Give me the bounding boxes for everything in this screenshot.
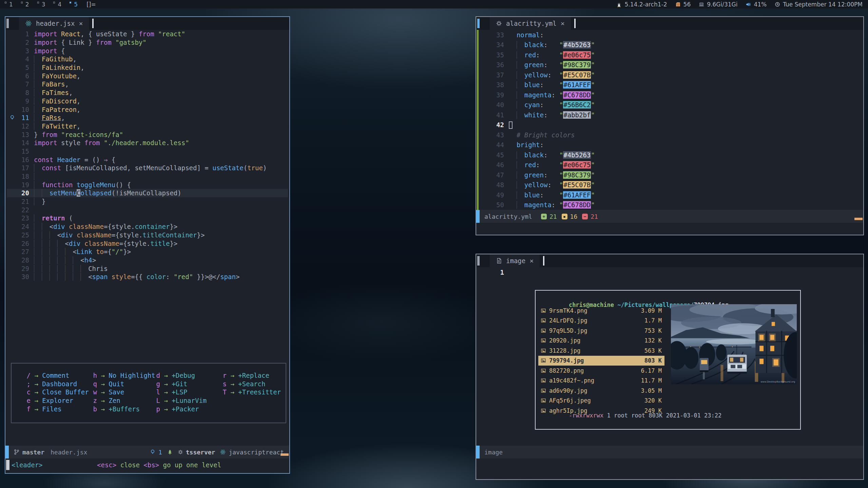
binding-label: Zen (109, 397, 120, 405)
datetime: Tue September 14 12:00PM (783, 1, 863, 8)
code-line-10[interactable]: 10▏ FaPatreon, (7, 105, 288, 114)
code-line-39[interactable]: 39 ▏ magenta: "#C678DD" (479, 90, 862, 100)
code-line-6[interactable]: 6▏ FaYoutube, (7, 72, 288, 80)
code-line-43[interactable]: 43 # Bright colors (479, 130, 862, 140)
file-row-20920.jpg[interactable]: 20920.jpg132 K (538, 336, 664, 346)
layout-indicator[interactable]: []= (86, 1, 96, 8)
workspace-4[interactable]: 4 (53, 1, 61, 8)
binding-key: ; (26, 380, 31, 389)
code-line-48[interactable]: 48 ▏ yellow: "#E5C07B" (479, 180, 862, 190)
code-line-12[interactable]: 12▏ FaTwitter, (7, 122, 288, 131)
code-line-23[interactable]: 23▏ return ( (7, 214, 288, 222)
file-row-97q9L5D.jpg[interactable]: 97q9L5D.jpg753 K (538, 326, 664, 336)
file-name: 20920.jpg (549, 337, 644, 344)
code-line-28[interactable]: 28▏ ▏ ▏ ▏ ▏ ▏ <h4> (7, 256, 288, 265)
line-text: ▏ black: "#4b5263" (504, 151, 595, 159)
code-line-26[interactable]: 26▏ ▏ ▏ ▏ <div className={style.title}> (7, 239, 288, 248)
code-line-38[interactable]: 38 ▏ blue: "#61AFEF" (479, 80, 862, 90)
diagnostics-segment: 1 (150, 449, 162, 456)
code-line-1[interactable]: 1import React, { useState } from "react" (7, 30, 288, 38)
code-line-17[interactable]: 17▏ const [isMenuCollapsed, setMenuColla… (7, 164, 288, 172)
file-row-ad6v90y.jpg[interactable]: ad6v90y.jpg3.05 M (538, 386, 664, 396)
code-line-7[interactable]: 7▏ FaBars, (7, 80, 288, 89)
file-row-24LrDFQ.jpg[interactable]: 24LrDFQ.jpg1.7 M (538, 316, 664, 326)
code-line-19[interactable]: 19▏ function toggleMenu() { (7, 180, 288, 189)
code-line-8[interactable]: 8▏ FaTimes, (7, 89, 288, 97)
file-row-799794.jpg[interactable]: 799794.jpg803 K (538, 356, 664, 366)
workspace-indicator-square (70, 2, 71, 3)
workspace-1[interactable]: 1 (5, 1, 13, 8)
code-line-15[interactable]: 15 (7, 147, 288, 156)
code-line-37[interactable]: 37 ▏ yellow: "#E5C07B" (479, 70, 862, 80)
code-line-5[interactable]: 5▏ FaLinkedin, (7, 63, 288, 72)
line-text: ▏ ▏ ▏ <div className={style.titleContain… (29, 231, 205, 239)
file-row-882720.png[interactable]: 882720.png6.17 M (538, 366, 664, 376)
code-line-41[interactable]: 41 ▏ white: "#abb2bf" (479, 110, 862, 120)
code-line-44[interactable]: 44 bright: (479, 140, 862, 150)
code-line-18[interactable]: 18▏ (7, 172, 288, 181)
code-line-49[interactable]: 49 ▏ blue: "#61AFEF" (479, 190, 862, 200)
code-line-13[interactable]: 13} from "react-icons/fa" (7, 130, 288, 139)
code-line-1[interactable]: 1 (479, 267, 862, 277)
code-line-16[interactable]: 16const Header = () ⇒ { (7, 155, 288, 164)
code-line-20[interactable]: 20▏ ▏ setMenuCollapsed(!isMenuCollapsed) (7, 189, 288, 197)
tab-close-icon[interactable]: × (529, 257, 534, 265)
code-line-47[interactable]: 47 ▏ green: "#98C379" (479, 170, 862, 180)
git-branch-name: master (22, 449, 44, 456)
code-line-45[interactable]: 45 ▏ black: "#4b5263" (479, 150, 862, 160)
file-row-31228.jpg[interactable]: 31228.jpg563 K (538, 346, 664, 356)
arrow-icon: → (160, 388, 172, 397)
code-line-42[interactable]: 42 (479, 120, 862, 130)
line-text: ▏ magenta: "#C678DD" (504, 201, 595, 209)
code-line-24[interactable]: 24▏ ▏ <div className={style.container}> (7, 222, 288, 231)
code-line-3[interactable]: 3import { (7, 46, 288, 55)
file-name: 9rsmTK4.png (549, 307, 641, 314)
code-line-4[interactable]: 4▏ FaGithub, (7, 55, 288, 63)
arrow-icon: → (31, 380, 42, 389)
workspace-5[interactable]: 5 (70, 1, 78, 8)
line-number: 7 (18, 80, 29, 88)
code-line-22[interactable]: 22 (7, 206, 288, 214)
image-preview-terminal: chris@machine ~/Pictures/wallpapers/7997… (535, 290, 801, 430)
workspace-3[interactable]: 3 (37, 1, 45, 8)
tab-close-icon[interactable]: × (79, 19, 83, 27)
code-line-34[interactable]: 34 ▏ black: "#4b5263" (479, 40, 862, 50)
code-line-9[interactable]: 9▏ FaDiscord, (7, 97, 288, 105)
file-row-a19c482f~.png[interactable]: a19c482f~.png11.7 M (538, 376, 664, 386)
file-name: 31228.jpg (549, 347, 644, 354)
react-icon (25, 20, 32, 27)
code-line-35[interactable]: 35 ▏ red: "#e06c75" (479, 50, 862, 60)
code-line-21[interactable]: 21▏ } (7, 197, 288, 206)
code-line-27[interactable]: 27▏ ▏ ▏ ▏ ▏ <Link to={"/"}> (7, 248, 288, 256)
code-line-29[interactable]: 29▏ ▏ ▏ ▏ ▏ ▏ ▏ Chris (7, 264, 288, 273)
color-chip: #E5C07B (563, 181, 591, 189)
code-line-30[interactable]: 30▏ ▏ ▏ ▏ ▏ ▏ ▏ <span style={{ color: "r… (7, 273, 288, 281)
image-file-icon (541, 328, 546, 333)
code-line-33[interactable]: 33 normal: (479, 30, 862, 40)
file-icon-cell (541, 328, 549, 333)
line-number: 40 (488, 101, 504, 109)
code-line-14[interactable]: 14import style from "./header.module.les… (7, 139, 288, 147)
line-number: 13 (18, 131, 29, 138)
code-line-2[interactable]: 2import { Link } from "gatsby" (7, 38, 288, 47)
code-line-50[interactable]: 50 ▏ magenta: "#C678DD" (479, 200, 862, 210)
left-cmdline[interactable]: <leader> <esc> close <bs> go up one leve… (5, 458, 289, 471)
binding-key: w (93, 388, 97, 397)
line-text: import { Link } from "gatsby" (29, 39, 147, 46)
code-line-46[interactable]: 46 ▏ red: "#e06c75" (479, 160, 862, 170)
tab-close-icon[interactable]: × (561, 19, 565, 27)
binding-label: +Replace (238, 372, 269, 380)
code-line-36[interactable]: 36 ▏ green: "#98C379" (479, 60, 862, 70)
code-line-40[interactable]: 40 ▏ cyan: "#56B6C2" (479, 100, 862, 110)
file-row-9rsmTK4.png[interactable]: 9rsmTK4.png3.09 M (538, 306, 664, 316)
which-key-binding-;: ; → Dashboard (26, 380, 93, 389)
tab-image[interactable]: image × (490, 254, 540, 267)
code-line-11[interactable]: 11▏ FaRss, (7, 114, 288, 122)
workspace-indicator-square (37, 2, 39, 3)
workspace-2[interactable]: 2 (21, 1, 29, 8)
file-row-AFq5r6j.jpeg[interactable]: AFq5r6j.jpeg320 K (538, 396, 664, 406)
code-line-25[interactable]: 25▏ ▏ ▏ <div className={style.titleConta… (7, 231, 288, 239)
which-key-column-2: h → No Highlightq → Quitw → Savez → Zenb… (93, 372, 156, 413)
tab-header-jsx[interactable]: header.jsx × (19, 17, 89, 30)
tab-alacritty-yml[interactable]: alacritty.yml × (490, 17, 571, 30)
